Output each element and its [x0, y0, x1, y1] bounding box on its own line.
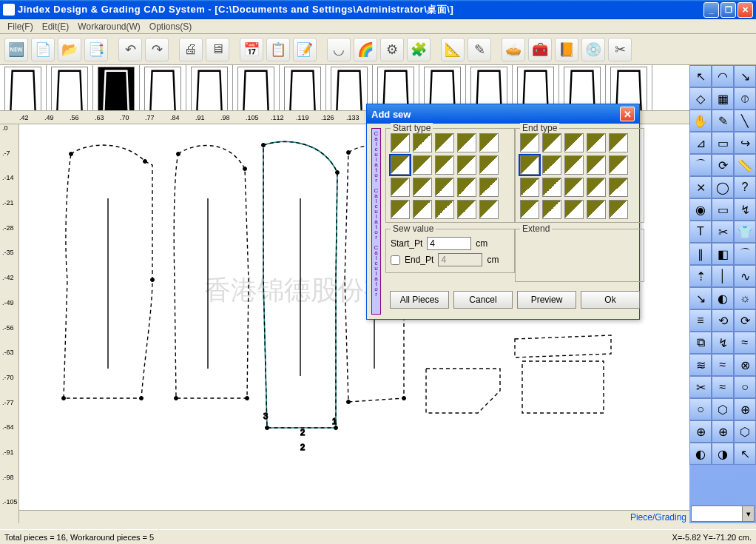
toolbar-button-24[interactable]: 🧰 [528, 38, 552, 61]
toolbar-button-17[interactable]: ⚙ [380, 38, 404, 61]
side-tool-button[interactable]: ↖ [734, 443, 756, 465]
piece-cell[interactable]: Back sl…2x2 [47, 65, 93, 110]
side-combo[interactable]: ▾ [691, 506, 755, 522]
side-tool-button[interactable]: ◉ [689, 198, 712, 221]
sew-type-option[interactable] [609, 133, 628, 152]
sew-type-option[interactable] [542, 200, 561, 219]
side-tool-button[interactable]: ≈ [734, 332, 756, 354]
toolbar-button-21[interactable]: ✎ [468, 38, 491, 61]
sew-type-option[interactable] [479, 133, 499, 152]
side-tool-button[interactable]: ≈ [712, 376, 734, 398]
sew-type-option[interactable] [609, 200, 628, 219]
side-tool-button[interactable]: ↯ [734, 198, 756, 221]
side-tool-button[interactable]: ? [734, 176, 756, 198]
side-tool-button[interactable]: ⬡ [734, 420, 756, 443]
side-tool-button[interactable]: ↘ [689, 287, 712, 309]
side-tool-button[interactable]: ☼ [734, 287, 756, 309]
piece-cell[interactable]: Back pa…3x2 [93, 65, 140, 110]
sew-type-option[interactable] [391, 200, 410, 219]
sew-type-option[interactable] [435, 178, 454, 197]
sew-type-option[interactable] [520, 133, 539, 152]
close-button[interactable]: ✕ [738, 2, 753, 18]
side-tool-button[interactable]: ≡ [689, 309, 712, 332]
all-pieces-button[interactable]: All Pieces [390, 291, 449, 309]
sew-type-option[interactable] [564, 133, 584, 152]
sew-type-option[interactable] [542, 155, 561, 175]
side-tool-button[interactable]: ∿ [734, 265, 756, 287]
sew-type-option[interactable] [520, 200, 539, 219]
side-tool-button[interactable]: ✋ [689, 110, 712, 132]
sew-type-option[interactable] [413, 200, 432, 219]
minimize-button[interactable]: _ [703, 2, 719, 18]
menu-options[interactable]: Options(S) [145, 21, 196, 32]
sew-type-option[interactable] [457, 200, 476, 219]
cancel-button[interactable]: Cancel [453, 291, 513, 309]
toolbar-button-20[interactable]: 📐 [441, 38, 465, 61]
sew-type-option[interactable] [413, 155, 432, 175]
piece-cell[interactable]: Front s…1x2 [0, 65, 47, 110]
toolbar-button-5[interactable]: ↶ [118, 38, 142, 61]
sew-type-option[interactable] [564, 200, 584, 219]
toolbar-button-25[interactable]: 📙 [555, 38, 578, 61]
side-tool-button[interactable]: 📏 [734, 154, 756, 176]
side-tool-button[interactable]: ▭ [712, 132, 734, 154]
side-tool-button[interactable]: ◇ [689, 87, 712, 110]
side-tool-button[interactable]: ↪ [734, 132, 756, 154]
toolbar-button-18[interactable]: 🧩 [407, 38, 431, 61]
side-tool-button[interactable]: ⬡ [712, 398, 734, 420]
side-tool-button[interactable]: ○ [734, 376, 756, 398]
toolbar-button-13[interactable]: 📝 [293, 38, 317, 61]
side-tool-button[interactable]: ⦶ [734, 87, 756, 110]
sew-type-option[interactable] [587, 178, 606, 197]
toolbar-button-9[interactable]: 🖥 [206, 38, 229, 61]
piece-cell[interactable]: Underco…7x2 [280, 65, 326, 110]
sew-type-option[interactable] [542, 133, 561, 152]
start-pt-input[interactable] [427, 237, 471, 250]
toolbar-button-6[interactable]: ↷ [145, 38, 169, 61]
sew-type-option[interactable] [413, 178, 432, 197]
sew-type-option[interactable] [609, 155, 628, 175]
side-tool-button[interactable]: ⊿ [689, 132, 712, 154]
dialog-titlebar[interactable]: Add sew ✕ [367, 104, 639, 124]
toolbar-button-8[interactable]: 🖨 [179, 38, 203, 61]
side-tool-button[interactable]: ↖ [689, 65, 712, 87]
side-tool-button[interactable]: ○ [689, 398, 712, 420]
side-tool-button[interactable]: ⊕ [712, 420, 734, 443]
sew-type-option[interactable] [587, 155, 606, 175]
horizontal-scrollbar[interactable]: Piece/Grading [19, 510, 689, 523]
side-tool-button[interactable]: ⇡ [689, 265, 712, 287]
sew-type-option[interactable] [479, 178, 499, 197]
side-tool-button[interactable]: ≈ [712, 354, 734, 376]
side-tool-button[interactable]: ⟲ [712, 309, 734, 332]
sew-type-option[interactable] [609, 178, 628, 197]
side-tool-button[interactable]: ⨯ [689, 176, 712, 198]
side-tool-button[interactable]: ✂ [712, 221, 734, 243]
side-tool-button[interactable]: ▦ [712, 87, 734, 110]
side-tool-button[interactable]: ◐ [712, 287, 734, 309]
side-tool-button[interactable]: ≋ [689, 354, 712, 376]
sew-type-option[interactable] [435, 133, 454, 152]
side-tool-button[interactable]: ⌒ [689, 154, 712, 176]
toolbar-button-3[interactable]: 📑 [84, 38, 108, 61]
side-tool-button[interactable]: ◑ [712, 443, 734, 465]
preview-button[interactable]: Preview [517, 291, 576, 309]
sew-type-option[interactable] [542, 178, 561, 197]
toolbar-button-27[interactable]: ✂ [608, 38, 632, 61]
side-tool-button[interactable]: ◐ [689, 443, 712, 465]
sew-type-option[interactable] [457, 133, 476, 152]
toolbar-button-11[interactable]: 📅 [240, 38, 263, 61]
toolbar-button-1[interactable]: 📄 [31, 38, 55, 61]
end-pt-checkbox[interactable] [391, 255, 400, 265]
sew-type-option[interactable] [587, 133, 606, 152]
side-tool-button[interactable]: ⊕ [734, 398, 756, 420]
toolbar-button-0[interactable]: 🆕 [4, 38, 28, 61]
sew-type-option[interactable] [479, 155, 499, 175]
piece-cell[interactable]: Front5x2 [186, 65, 233, 110]
maximize-button[interactable]: ❐ [720, 2, 736, 18]
side-tool-button[interactable]: ✂ [689, 376, 712, 398]
toolbar-button-2[interactable]: 📂 [58, 38, 81, 61]
sew-type-option[interactable] [564, 155, 584, 175]
toolbar-button-23[interactable]: 🥧 [502, 38, 525, 61]
side-tool-button[interactable]: ∥ [689, 243, 712, 265]
sew-type-option[interactable] [391, 155, 410, 175]
